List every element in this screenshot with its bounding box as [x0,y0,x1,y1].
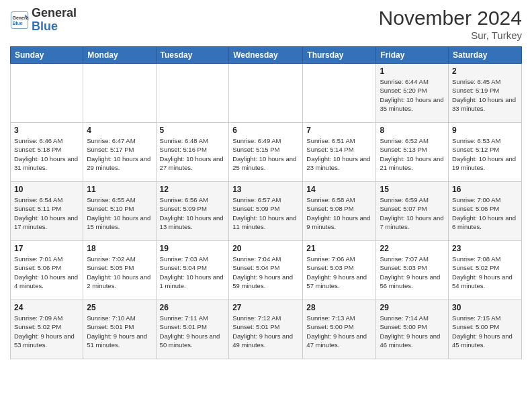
day-cell-1-0: 3Sunrise: 6:46 AM Sunset: 5:18 PM Daylig… [11,123,83,182]
day-cell-0-5: 1Sunrise: 6:44 AM Sunset: 5:20 PM Daylig… [376,64,449,123]
day-number: 14 [306,185,372,194]
day-info: Sunrise: 7:12 AM Sunset: 5:01 PM Dayligh… [232,314,299,349]
day-cell-3-4: 21Sunrise: 7:06 AM Sunset: 5:03 PM Dayli… [303,241,376,300]
logo: General Blue GeneralBlue [10,7,77,34]
day-number: 4 [87,126,152,135]
day-cell-0-6: 2Sunrise: 6:45 AM Sunset: 5:19 PM Daylig… [449,64,522,123]
col-saturday: Saturday [449,47,522,64]
day-info: Sunrise: 7:07 AM Sunset: 5:03 PM Dayligh… [380,255,445,290]
calendar-header-row: Sunday Monday Tuesday Wednesday Thursday… [11,47,522,64]
day-number: 19 [160,244,226,253]
day-number: 16 [452,185,518,194]
day-info: Sunrise: 7:00 AM Sunset: 5:06 PM Dayligh… [452,195,518,231]
day-cell-3-2: 19Sunrise: 7:03 AM Sunset: 5:04 PM Dayli… [156,241,229,300]
day-number: 6 [232,126,299,135]
day-cell-3-3: 20Sunrise: 7:04 AM Sunset: 5:04 PM Dayli… [229,241,303,300]
day-info: Sunrise: 7:09 AM Sunset: 5:02 PM Dayligh… [14,314,79,349]
day-cell-1-4: 7Sunrise: 6:51 AM Sunset: 5:14 PM Daylig… [303,123,376,182]
day-cell-0-0 [11,64,83,123]
day-info: Sunrise: 7:04 AM Sunset: 5:04 PM Dayligh… [232,255,299,290]
day-info: Sunrise: 7:10 AM Sunset: 5:01 PM Dayligh… [87,314,152,349]
day-number: 27 [232,303,299,312]
day-cell-3-5: 22Sunrise: 7:07 AM Sunset: 5:03 PM Dayli… [376,241,449,300]
col-monday: Monday [83,47,156,64]
day-number: 7 [306,126,372,135]
day-number: 17 [14,244,79,253]
day-cell-2-4: 14Sunrise: 6:58 AM Sunset: 5:08 PM Dayli… [303,182,376,241]
day-info: Sunrise: 6:46 AM Sunset: 5:18 PM Dayligh… [14,136,79,172]
week-row-1: 1Sunrise: 6:44 AM Sunset: 5:20 PM Daylig… [11,64,522,123]
day-info: Sunrise: 7:06 AM Sunset: 5:03 PM Dayligh… [306,255,372,290]
day-info: Sunrise: 7:03 AM Sunset: 5:04 PM Dayligh… [160,255,226,290]
day-number: 3 [14,126,79,135]
day-number: 5 [160,126,226,135]
page: General Blue GeneralBlue November 2024 S… [0,0,532,411]
col-sunday: Sunday [11,47,83,64]
day-info: Sunrise: 6:44 AM Sunset: 5:20 PM Dayligh… [380,77,445,113]
day-number: 26 [160,303,226,312]
day-cell-2-1: 11Sunrise: 6:55 AM Sunset: 5:10 PM Dayli… [83,182,156,241]
col-thursday: Thursday [303,47,376,64]
day-number: 29 [380,303,445,312]
day-cell-0-3 [229,64,303,123]
week-row-3: 10Sunrise: 6:54 AM Sunset: 5:11 PM Dayli… [11,182,522,241]
day-info: Sunrise: 7:13 AM Sunset: 5:00 PM Dayligh… [306,314,372,349]
day-info: Sunrise: 6:51 AM Sunset: 5:14 PM Dayligh… [306,136,372,172]
day-cell-1-1: 4Sunrise: 6:47 AM Sunset: 5:17 PM Daylig… [83,123,156,182]
day-number: 9 [452,126,518,135]
day-cell-2-0: 10Sunrise: 6:54 AM Sunset: 5:11 PM Dayli… [11,182,83,241]
logo-icon: General Blue [10,11,29,30]
day-cell-0-1 [83,64,156,123]
day-cell-4-5: 29Sunrise: 7:14 AM Sunset: 5:00 PM Dayli… [376,300,449,359]
day-number: 8 [380,126,445,135]
day-cell-4-3: 27Sunrise: 7:12 AM Sunset: 5:01 PM Dayli… [229,300,303,359]
day-cell-1-2: 5Sunrise: 6:48 AM Sunset: 5:16 PM Daylig… [156,123,229,182]
day-info: Sunrise: 6:53 AM Sunset: 5:12 PM Dayligh… [452,136,518,172]
week-row-5: 24Sunrise: 7:09 AM Sunset: 5:02 PM Dayli… [11,300,522,359]
day-cell-1-6: 9Sunrise: 6:53 AM Sunset: 5:12 PM Daylig… [449,123,522,182]
day-number: 21 [306,244,372,253]
col-friday: Friday [376,47,449,64]
day-info: Sunrise: 7:14 AM Sunset: 5:00 PM Dayligh… [380,314,445,349]
month-title: November 2024 [379,7,522,30]
day-number: 13 [232,185,299,194]
day-info: Sunrise: 7:02 AM Sunset: 5:05 PM Dayligh… [87,255,152,290]
day-cell-2-5: 15Sunrise: 6:59 AM Sunset: 5:07 PM Dayli… [376,182,449,241]
day-cell-2-3: 13Sunrise: 6:57 AM Sunset: 5:09 PM Dayli… [229,182,303,241]
day-cell-4-1: 25Sunrise: 7:10 AM Sunset: 5:01 PM Dayli… [83,300,156,359]
day-number: 25 [87,303,152,312]
day-cell-1-5: 8Sunrise: 6:52 AM Sunset: 5:13 PM Daylig… [376,123,449,182]
day-cell-2-6: 16Sunrise: 7:00 AM Sunset: 5:06 PM Dayli… [449,182,522,241]
day-info: Sunrise: 6:57 AM Sunset: 5:09 PM Dayligh… [232,195,299,231]
day-info: Sunrise: 6:49 AM Sunset: 5:15 PM Dayligh… [232,136,299,172]
day-number: 1 [380,66,445,76]
svg-text:Blue: Blue [13,21,23,26]
col-tuesday: Tuesday [156,47,229,64]
day-info: Sunrise: 6:58 AM Sunset: 5:08 PM Dayligh… [306,195,372,231]
logo-text: GeneralBlue [32,7,77,34]
day-number: 20 [232,244,299,253]
day-number: 22 [380,244,445,253]
day-cell-4-4: 28Sunrise: 7:13 AM Sunset: 5:00 PM Dayli… [303,300,376,359]
day-cell-4-0: 24Sunrise: 7:09 AM Sunset: 5:02 PM Dayli… [11,300,83,359]
day-number: 18 [87,244,152,253]
day-info: Sunrise: 6:45 AM Sunset: 5:19 PM Dayligh… [452,77,518,113]
day-cell-4-2: 26Sunrise: 7:11 AM Sunset: 5:01 PM Dayli… [156,300,229,359]
day-number: 11 [87,185,152,194]
day-info: Sunrise: 7:11 AM Sunset: 5:01 PM Dayligh… [160,314,226,349]
week-row-4: 17Sunrise: 7:01 AM Sunset: 5:06 PM Dayli… [11,241,522,300]
svg-rect-0 [11,11,28,28]
day-number: 15 [380,185,445,194]
day-cell-1-3: 6Sunrise: 6:49 AM Sunset: 5:15 PM Daylig… [229,123,303,182]
day-info: Sunrise: 6:59 AM Sunset: 5:07 PM Dayligh… [380,195,445,231]
day-info: Sunrise: 6:48 AM Sunset: 5:16 PM Dayligh… [160,136,226,172]
day-info: Sunrise: 7:01 AM Sunset: 5:06 PM Dayligh… [14,255,79,290]
day-info: Sunrise: 6:52 AM Sunset: 5:13 PM Dayligh… [380,136,445,172]
day-info: Sunrise: 7:08 AM Sunset: 5:02 PM Dayligh… [452,255,518,290]
day-cell-0-4 [303,64,376,123]
day-number: 2 [452,66,518,76]
day-info: Sunrise: 6:54 AM Sunset: 5:11 PM Dayligh… [14,195,79,231]
day-cell-2-2: 12Sunrise: 6:56 AM Sunset: 5:09 PM Dayli… [156,182,229,241]
week-row-2: 3Sunrise: 6:46 AM Sunset: 5:18 PM Daylig… [11,123,522,182]
day-number: 30 [452,303,518,312]
